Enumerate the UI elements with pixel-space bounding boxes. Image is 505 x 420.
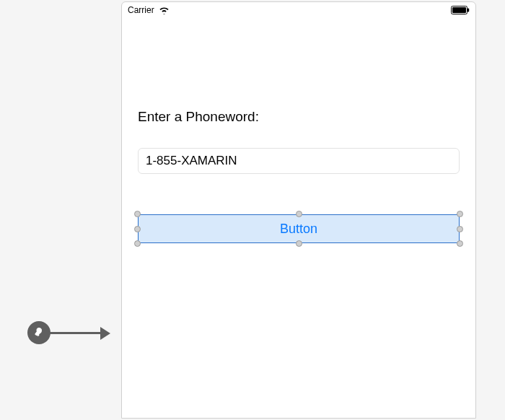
device-frame: Carrier Enter a Phoneword: Button — [121, 1, 476, 419]
button-selection-wrap: Button — [138, 214, 460, 243]
resize-handle-bottom-left[interactable] — [134, 240, 141, 247]
wifi-icon — [159, 6, 170, 14]
carrier-label: Carrier — [128, 5, 154, 15]
resize-handle-top-center[interactable] — [296, 211, 302, 217]
content-area: Enter a Phoneword: Button — [122, 109, 475, 243]
resize-handle-middle-left[interactable] — [134, 226, 141, 232]
svg-rect-2 — [467, 9, 469, 12]
status-left: Carrier — [128, 5, 170, 15]
resize-handle-bottom-center[interactable] — [296, 240, 302, 247]
phoneword-label: Enter a Phoneword: — [138, 109, 460, 125]
resize-handle-bottom-right[interactable] — [457, 240, 463, 247]
resize-handle-top-left[interactable] — [134, 211, 141, 217]
resize-handle-top-right[interactable] — [457, 211, 463, 217]
arrow-icon — [50, 332, 100, 334]
drag-hint — [27, 321, 100, 344]
button-label: Button — [280, 222, 317, 237]
phoneword-input[interactable] — [138, 148, 460, 174]
action-icon — [27, 321, 50, 344]
battery-icon — [451, 6, 470, 14]
svg-rect-1 — [452, 7, 466, 13]
resize-handle-middle-right[interactable] — [457, 226, 463, 232]
translate-button[interactable]: Button — [138, 214, 460, 243]
status-bar: Carrier — [122, 2, 475, 18]
